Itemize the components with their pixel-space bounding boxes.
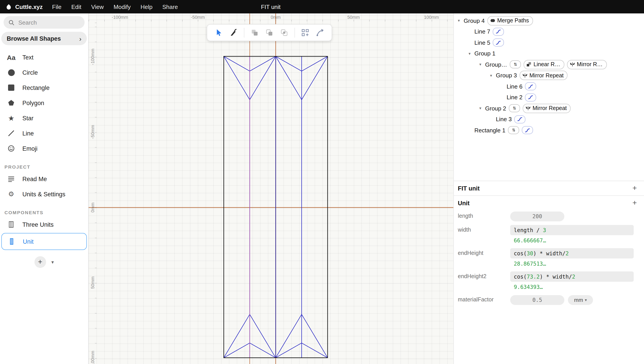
linear-repeat-badge[interactable]: Linear R… xyxy=(524,60,564,69)
param-value-field[interactable]: 200 xyxy=(510,211,564,221)
layer-row-group-truncated[interactable]: ▾ Group… ⇅ Linear R… Mirror R… xyxy=(454,59,644,70)
menu-view[interactable]: View xyxy=(86,0,109,14)
layer-row-group1[interactable]: ▾ Group 1 xyxy=(454,48,644,59)
param-expression-field[interactable]: cos(30) * width/2 xyxy=(510,248,634,258)
shape-item-star[interactable]: ★ Star xyxy=(0,110,88,126)
stroke-style-pill[interactable] xyxy=(525,82,536,90)
layer-label[interactable]: Line 3 xyxy=(496,116,512,123)
shape-item-label: Star xyxy=(22,115,34,122)
menu-share[interactable]: Share xyxy=(158,0,183,14)
shape-item-polygon[interactable]: Polygon xyxy=(0,95,88,110)
param-result: 28.867513… xyxy=(514,261,634,267)
stroke-style-pill[interactable] xyxy=(514,115,526,124)
layer-tree: ▾ Group 4 Merge Paths Line 7 Line 5 ▾ Gr xyxy=(454,14,644,181)
menu-modify[interactable]: Modify xyxy=(109,0,136,14)
param-value-field[interactable]: 0.5 xyxy=(510,295,564,305)
ruler-left-ticks xyxy=(95,14,97,364)
layer-row-group4[interactable]: ▾ Group 4 Merge Paths xyxy=(454,15,644,26)
menu-edit[interactable]: Edit xyxy=(67,0,86,14)
chevron-down-icon[interactable]: ▾ xyxy=(51,259,54,265)
layer-row-line6[interactable]: Line 6 xyxy=(454,81,644,92)
layer-label[interactable]: Group… xyxy=(485,61,507,68)
shape-item-line[interactable]: Line xyxy=(0,126,88,141)
transform-pill[interactable]: ⇅ xyxy=(510,60,521,69)
sidebar-item-readme[interactable]: Read Me xyxy=(0,171,88,186)
mirror-repeat-badge[interactable]: Mirror Repeat xyxy=(520,71,568,80)
disclosure-triangle-icon[interactable]: ▾ xyxy=(469,52,474,56)
document-icon xyxy=(5,175,18,182)
layer-row-group3[interactable]: ▾ Group 3 Mirror Repeat xyxy=(454,70,644,81)
curve-tool-icon[interactable] xyxy=(315,28,325,37)
mirror-repeat-badge[interactable]: Mirror R… xyxy=(567,60,607,69)
add-parameter-button[interactable]: + xyxy=(632,198,637,208)
transform-pill[interactable]: ⇅ xyxy=(509,104,520,112)
select-tool-icon[interactable] xyxy=(214,28,223,37)
shape-item-circle[interactable]: Circle xyxy=(0,65,88,80)
merge-paths-badge[interactable]: Merge Paths xyxy=(487,16,533,26)
shape-item-text[interactable]: Aa Text xyxy=(0,50,88,65)
rectangle-icon xyxy=(5,84,18,91)
param-label: endHeight2 xyxy=(454,272,510,291)
canvas-area[interactable]: -100mm -50mm 0mm 50mm 100mm -100mm -50mm… xyxy=(89,14,453,364)
stroke-style-pill[interactable] xyxy=(522,126,533,134)
shape-item-emoji[interactable]: Emoji xyxy=(0,141,88,156)
sidebar-item-units-settings[interactable]: ⚙ Units & Settings xyxy=(0,186,88,202)
layer-row-line5[interactable]: Line 5 xyxy=(454,37,644,48)
toolbar-divider xyxy=(244,28,244,38)
stroke-style-pill[interactable] xyxy=(493,39,504,47)
layer-label[interactable]: Group 1 xyxy=(474,50,495,57)
layer-label[interactable]: Group 3 xyxy=(496,72,517,79)
repeat-grid-tool-icon[interactable] xyxy=(301,28,310,37)
disclosure-triangle-icon[interactable]: ▾ xyxy=(490,73,496,78)
transform-pill[interactable]: ⇅ xyxy=(508,126,519,134)
project-section-header: FIT unit + xyxy=(454,181,644,196)
app-logo[interactable]: Cuttle.xyz xyxy=(0,3,47,10)
shape-item-rectangle[interactable]: Rectangle xyxy=(0,80,88,95)
search-input[interactable]: Search xyxy=(4,16,85,28)
project-section-heading: PROJECT xyxy=(5,164,88,170)
menu-help[interactable]: Help xyxy=(136,0,158,14)
knife-tool-icon[interactable] xyxy=(229,28,238,37)
disclosure-triangle-icon[interactable]: ▾ xyxy=(479,62,485,67)
layer-label[interactable]: Line 2 xyxy=(507,94,522,101)
unit-dropdown[interactable]: mm ▾ xyxy=(568,295,593,305)
component-item-unit[interactable]: Unit xyxy=(1,233,87,250)
param-label: endHeight xyxy=(454,248,510,268)
layer-row-line3[interactable]: Line 3 xyxy=(454,114,644,125)
layer-row-line2[interactable]: Line 2 xyxy=(454,92,644,103)
component-item-three-units[interactable]: Three Units xyxy=(1,217,87,232)
layer-label[interactable]: Rectangle 1 xyxy=(474,127,505,134)
layer-row-group2[interactable]: ▾ Group 2 ⇅ Mirror Repeat xyxy=(454,103,644,114)
union-tool-icon[interactable] xyxy=(250,28,259,37)
project-title[interactable]: FIT unit xyxy=(261,3,281,10)
layer-label[interactable]: Group 2 xyxy=(485,105,506,112)
layer-label[interactable]: Line 6 xyxy=(507,83,522,90)
linear-repeat-icon xyxy=(526,62,532,67)
layer-label[interactable]: Group 4 xyxy=(464,18,485,24)
layer-label[interactable]: Line 5 xyxy=(474,39,490,46)
inspector-component-title: Unit xyxy=(458,200,470,206)
disclosure-triangle-icon[interactable]: ▾ xyxy=(458,18,464,23)
stroke-style-pill[interactable] xyxy=(525,94,536,102)
app-logo-label: Cuttle.xyz xyxy=(15,3,43,10)
param-row-endheight2: endHeight2 cos(73.2) * width/2 9.634393… xyxy=(454,272,644,291)
mirror-icon xyxy=(522,73,528,78)
subtract-tool-icon[interactable] xyxy=(265,28,274,37)
add-parameter-button[interactable]: + xyxy=(632,184,637,193)
app-root: Cuttle.xyz File Edit View Modify Help Sh… xyxy=(0,0,644,364)
layer-row-line7[interactable]: Line 7 xyxy=(454,26,644,37)
param-expression-field[interactable]: length / 3 xyxy=(510,225,634,235)
menu-file[interactable]: File xyxy=(47,0,67,14)
intersect-tool-icon[interactable] xyxy=(280,28,289,37)
disclosure-triangle-icon[interactable]: ▾ xyxy=(479,106,485,111)
sidebar-item-label: Units & Settings xyxy=(22,191,65,198)
layer-label[interactable]: Line 7 xyxy=(474,28,490,35)
layer-row-rectangle1[interactable]: Rectangle 1 ⇅ xyxy=(454,125,644,136)
add-component-button[interactable]: + xyxy=(34,256,46,268)
canvas-drawing[interactable] xyxy=(89,14,453,364)
mirror-repeat-badge[interactable]: Mirror Repeat xyxy=(523,104,571,113)
mirror-icon xyxy=(525,106,531,111)
browse-all-shapes-button[interactable]: Browse All Shapes › xyxy=(1,32,87,45)
stroke-style-pill[interactable] xyxy=(493,28,504,36)
param-expression-field[interactable]: cos(73.2) * width/2 xyxy=(510,272,634,282)
